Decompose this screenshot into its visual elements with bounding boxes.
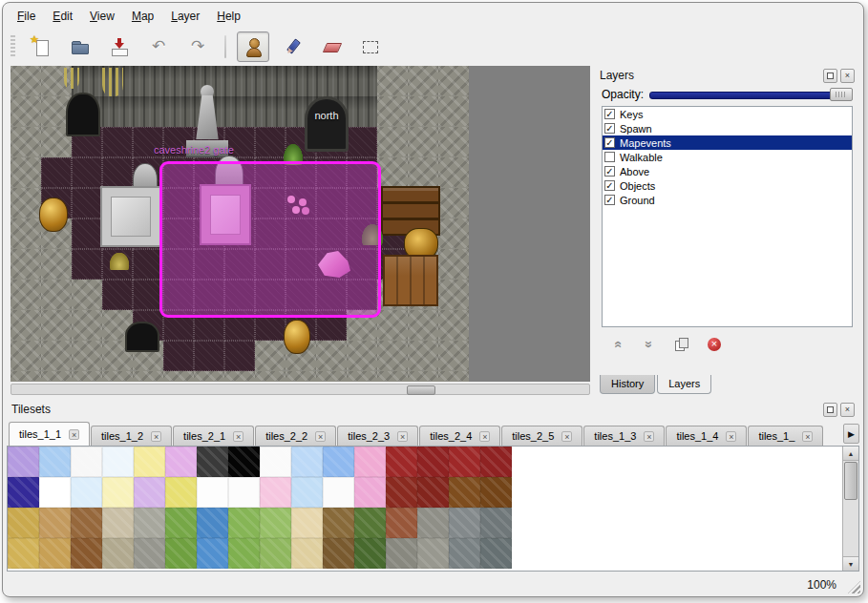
- layers-dock-titlebar[interactable]: Layers ×: [595, 66, 859, 85]
- tab-close-icon[interactable]: ×: [479, 431, 490, 442]
- raise-layer-button[interactable]: [606, 336, 627, 353]
- layer-row-keys[interactable]: ✓Keys: [603, 107, 852, 121]
- lower-layer-button[interactable]: [639, 336, 660, 353]
- duplicate-layer-button[interactable]: [671, 336, 692, 353]
- tileset-tile[interactable]: [165, 477, 197, 508]
- tileset-tile[interactable]: [134, 477, 165, 508]
- eraser-button[interactable]: [315, 31, 348, 62]
- map-tile-wall[interactable]: [102, 96, 133, 127]
- map-tile-floor[interactable]: [194, 341, 224, 371]
- tileset-grid[interactable]: [8, 447, 512, 569]
- close-icon[interactable]: ×: [840, 403, 855, 417]
- map-tile-wall[interactable]: [224, 66, 255, 96]
- vscrollbar-handle[interactable]: [844, 462, 857, 500]
- map-tile-rock[interactable]: [438, 66, 469, 96]
- map-tile-wall[interactable]: [255, 96, 286, 127]
- tileset-tile[interactable]: [386, 508, 417, 538]
- tileset-tile[interactable]: [8, 538, 39, 569]
- map-tile-rock[interactable]: [438, 280, 469, 310]
- tileset-tile[interactable]: [165, 508, 197, 538]
- tileset-tile[interactable]: [197, 447, 228, 477]
- tab-close-icon[interactable]: ×: [726, 431, 736, 442]
- map-tile-floor[interactable]: [163, 341, 194, 371]
- tileset-tile[interactable]: [354, 477, 386, 508]
- map-tile-rock[interactable]: [72, 310, 102, 341]
- undo-button[interactable]: ↶: [142, 31, 175, 62]
- map-tile-rock[interactable]: [11, 249, 41, 280]
- map-tile-rock[interactable]: [11, 188, 41, 218]
- map-tile-rock[interactable]: [347, 371, 377, 382]
- tileset-tile[interactable]: [386, 477, 417, 508]
- map-tile-rock[interactable]: [163, 371, 194, 382]
- tileset-tile[interactable]: [449, 447, 480, 477]
- layer-row-ground[interactable]: ✓Ground: [603, 193, 852, 207]
- tab-scroll-right-button[interactable]: ▶: [843, 424, 859, 444]
- tileset-tile[interactable]: [102, 447, 134, 477]
- layer-visibility-checkbox[interactable]: ✓: [604, 166, 615, 177]
- tileset-tile[interactable]: [71, 538, 102, 569]
- tileset-tile[interactable]: [197, 508, 228, 538]
- tileset-tile[interactable]: [480, 538, 512, 569]
- map-tile-floor[interactable]: [41, 157, 72, 188]
- dock-tab-history[interactable]: History: [600, 375, 655, 394]
- tileset-tile[interactable]: [39, 477, 71, 508]
- tileset-tile[interactable]: [417, 477, 449, 508]
- tileset-tile[interactable]: [354, 447, 386, 477]
- map-tile-rock[interactable]: [408, 157, 438, 188]
- map-tile-rock[interactable]: [255, 371, 286, 382]
- map-tile-wall[interactable]: [133, 66, 163, 96]
- map-tile-rock[interactable]: [194, 371, 224, 382]
- menu-help[interactable]: Help: [208, 7, 249, 26]
- map-tile-wall[interactable]: [347, 66, 377, 96]
- map-tile-floor[interactable]: [102, 157, 133, 188]
- map-tile-rock[interactable]: [347, 341, 377, 371]
- opacity-slider[interactable]: [649, 88, 853, 101]
- tab-close-icon[interactable]: ×: [233, 431, 243, 442]
- tileset-tile[interactable]: [134, 508, 165, 538]
- tileset-tile[interactable]: [102, 538, 134, 569]
- tileset-tile[interactable]: [71, 508, 102, 538]
- layer-row-walkable[interactable]: Walkable: [603, 150, 852, 164]
- tileset-tile[interactable]: [323, 477, 354, 508]
- tileset-tile[interactable]: [260, 477, 291, 508]
- menu-edit[interactable]: Edit: [44, 7, 81, 26]
- map-tile-rock[interactable]: [11, 341, 41, 371]
- map-tile-rock[interactable]: [438, 249, 469, 280]
- layer-row-objects[interactable]: ✓Objects: [603, 178, 852, 193]
- redo-button[interactable]: ↷: [181, 31, 214, 62]
- map-tile-rock[interactable]: [41, 310, 72, 341]
- tileset-tile[interactable]: [291, 477, 323, 508]
- map-tile-rock[interactable]: [72, 341, 102, 371]
- tileset-tab-tiles_1_1[interactable]: tiles_1_1×: [9, 422, 90, 446]
- resize-grip-icon[interactable]: [848, 581, 860, 593]
- tileset-tile[interactable]: [197, 477, 228, 508]
- selection-rectangle[interactable]: [159, 161, 381, 318]
- layer-visibility-checkbox[interactable]: ✓: [604, 109, 615, 119]
- map-tile-rock[interactable]: [377, 157, 408, 188]
- map-tile-rock[interactable]: [72, 371, 102, 382]
- map-tile-rock[interactable]: [72, 280, 102, 310]
- tileset-tile[interactable]: [449, 477, 480, 508]
- new-button[interactable]: [25, 31, 57, 62]
- tileset-tile[interactable]: [386, 538, 417, 569]
- stamp-button[interactable]: [237, 31, 269, 62]
- map-tile-wall[interactable]: [347, 96, 377, 127]
- tab-close-icon[interactable]: ×: [397, 431, 408, 442]
- map-tile-rock[interactable]: [377, 371, 408, 382]
- tileset-tab-tiles_2_1[interactable]: tiles_2_1×: [173, 426, 254, 446]
- map-tile-rock[interactable]: [438, 96, 469, 127]
- map-tile-wall[interactable]: [224, 96, 255, 127]
- layer-visibility-checkbox[interactable]: ✓: [604, 137, 615, 148]
- map-tile-rock[interactable]: [438, 188, 469, 218]
- map-tile-rock[interactable]: [133, 371, 163, 382]
- map-tile-rock[interactable]: [438, 157, 469, 188]
- tileset-tab-tiles_1_[interactable]: tiles_1_×: [748, 426, 823, 446]
- layer-row-spawn[interactable]: ✓Spawn: [603, 121, 852, 135]
- map-tile-rock[interactable]: [377, 310, 408, 341]
- tab-close-icon[interactable]: ×: [315, 431, 326, 442]
- menu-file[interactable]: File: [9, 7, 44, 26]
- layer-visibility-checkbox[interactable]: ✓: [604, 180, 615, 191]
- map-tile-rock[interactable]: [408, 96, 438, 127]
- layer-visibility-checkbox[interactable]: ✓: [604, 123, 615, 134]
- tileset-tile[interactable]: [228, 477, 260, 508]
